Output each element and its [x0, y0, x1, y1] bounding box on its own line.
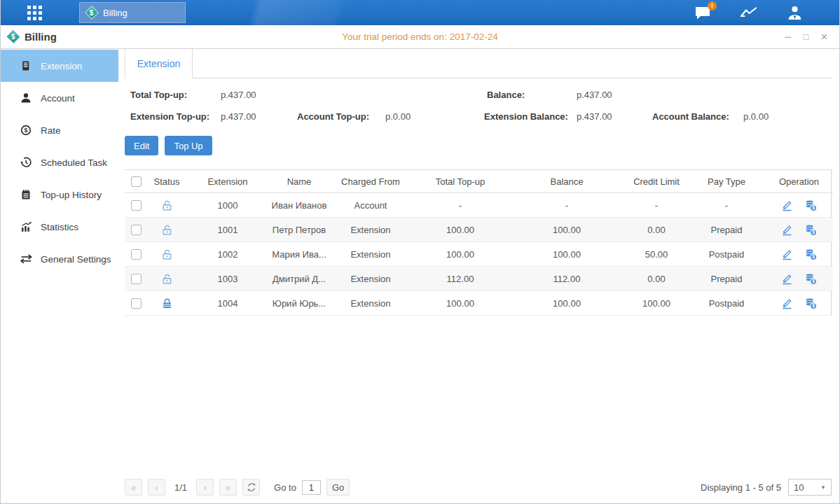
- sidebar-item-statistics[interactable]: Statistics: [1, 211, 118, 243]
- sidebar-item-rate[interactable]: $Rate: [1, 114, 118, 146]
- table-header-row: StatusExtensionNameCharged FromTotal Top…: [125, 170, 833, 193]
- cell-charged-from: Account: [329, 193, 412, 218]
- prev-page-button[interactable]: ‹: [148, 479, 165, 496]
- row-checkbox[interactable]: [131, 225, 142, 235]
- extension-balance-value: p.437.00: [577, 111, 612, 122]
- minimize-icon[interactable]: ─: [782, 31, 794, 43]
- cell-credit-limit: 0.00: [625, 218, 688, 242]
- main-area: ExtensionAccount$RateScheduled TaskTop-u…: [1, 49, 839, 503]
- svg-text:$: $: [24, 127, 27, 134]
- edit-icon[interactable]: [781, 224, 793, 236]
- cell-credit-limit: 50.00: [625, 242, 688, 267]
- lock-open-icon: [161, 200, 173, 211]
- column-header: Status: [147, 170, 186, 193]
- cell-credit-limit: 0.00: [625, 267, 688, 291]
- row-checkbox[interactable]: [131, 200, 142, 211]
- row-checkbox[interactable]: [131, 274, 142, 284]
- goto-label: Go to: [274, 482, 296, 493]
- resource-monitor-icon[interactable]: [739, 6, 759, 20]
- table-row: 1001Петр ПетровExtension100.00100.000.00…: [125, 218, 833, 242]
- topup-icon[interactable]: $: [805, 298, 817, 309]
- goto-page-input[interactable]: [302, 480, 321, 495]
- row-checkbox[interactable]: [131, 249, 142, 260]
- chat-icon[interactable]: !: [694, 6, 711, 20]
- sidebar-item-top-up-history[interactable]: Top-up History: [1, 178, 118, 211]
- user-icon[interactable]: [787, 6, 803, 20]
- edit-icon[interactable]: [781, 200, 793, 211]
- cell-total-topup: 100.00: [412, 291, 509, 316]
- page-indicator: 1/1: [174, 482, 187, 493]
- general-settings-icon: [20, 253, 33, 265]
- edit-icon[interactable]: [781, 248, 793, 260]
- taskbar-tab-label: Billing: [103, 8, 128, 18]
- lock-open-icon: [161, 248, 173, 260]
- billing-app-icon: $: [85, 6, 99, 20]
- extension-table-body: 1000Иван ИвановAccount----$1001Петр Петр…: [125, 193, 833, 316]
- statistics-icon: [20, 221, 33, 233]
- sidebar-item-label: General Settings: [41, 254, 111, 265]
- close-icon[interactable]: ×: [818, 31, 830, 43]
- cell-extension: 1004: [186, 291, 269, 316]
- svg-text:$: $: [812, 303, 815, 309]
- cell-name: Иван Иванов: [269, 193, 329, 218]
- scheduled-task-icon: [20, 157, 33, 169]
- notification-badge: !: [708, 1, 717, 10]
- topup-icon[interactable]: $: [805, 200, 817, 211]
- edit-button[interactable]: Edit: [125, 136, 158, 155]
- app-grid-icon[interactable]: [27, 6, 42, 20]
- balance-label: Balance:: [487, 90, 525, 100]
- total-topup-value: p.437.00: [221, 90, 256, 100]
- taskbar-tab-billing[interactable]: $ Billing: [79, 2, 186, 23]
- table-row: 1004Юрий Юрь...Extension100.00100.00100.…: [125, 291, 833, 316]
- billing-window-icon: $: [6, 30, 20, 43]
- rate-icon: $: [20, 125, 33, 136]
- refresh-icon[interactable]: [242, 479, 260, 496]
- first-page-button[interactable]: «: [125, 479, 142, 496]
- maximize-icon[interactable]: □: [800, 31, 812, 43]
- row-checkbox[interactable]: [131, 298, 142, 309]
- topup-icon[interactable]: $: [805, 248, 817, 260]
- tab-bar: Extension: [125, 49, 832, 78]
- sidebar-item-label: Statistics: [41, 222, 78, 232]
- column-header: Credit Limit: [625, 170, 688, 193]
- edit-icon[interactable]: [781, 273, 793, 285]
- lock-open-icon: [161, 273, 173, 285]
- top-bar: $ Billing !: [1, 0, 839, 25]
- tab-extension[interactable]: Extension: [125, 49, 193, 78]
- cell-credit-limit: -: [625, 193, 688, 218]
- cell-name: Мария Ива...: [269, 242, 329, 267]
- top-up-button[interactable]: Top Up: [165, 136, 212, 155]
- select-all-checkbox[interactable]: [131, 176, 142, 187]
- edit-icon[interactable]: [781, 298, 793, 309]
- table-row: 1002Мария Ива...Extension100.00100.0050.…: [125, 242, 833, 267]
- extension-topup-label: Extension Top-up:: [130, 111, 209, 122]
- billing-window: $ Billing ! $ Billing Your trial period …: [0, 0, 840, 504]
- sidebar-item-extension[interactable]: Extension: [1, 50, 118, 82]
- column-header: Pay Type: [688, 170, 765, 193]
- sidebar-item-general-settings[interactable]: General Settings: [1, 243, 118, 275]
- table-row: 1003Дмитрий Д...Extension112.00112.000.0…: [125, 267, 833, 291]
- sidebar-item-label: Extension: [41, 61, 82, 71]
- next-page-button[interactable]: ›: [196, 479, 214, 496]
- lock-closed-icon: [161, 298, 173, 309]
- last-page-button[interactable]: »: [219, 479, 237, 496]
- page-size-select[interactable]: 10 ▼: [788, 479, 832, 496]
- sidebar: ExtensionAccount$RateScheduled TaskTop-u…: [1, 49, 118, 503]
- content-area: Extension Total Top-up: p.437.00 Balance…: [118, 49, 839, 503]
- cell-total-topup: 100.00: [412, 242, 509, 267]
- cell-balance: 100.00: [509, 218, 625, 242]
- sidebar-item-scheduled-task[interactable]: Scheduled Task: [1, 146, 118, 178]
- go-button[interactable]: Go: [326, 479, 350, 496]
- lock-open-icon: [161, 224, 173, 236]
- cell-pay-type: Postpaid: [688, 291, 765, 316]
- summary: Total Top-up: p.437.00 Balance: p.437.00…: [125, 84, 832, 127]
- balance-value: p.437.00: [577, 90, 612, 100]
- window-title: Billing: [25, 31, 57, 43]
- cell-total-topup: 100.00: [412, 218, 509, 242]
- sidebar-item-account[interactable]: Account: [1, 82, 118, 114]
- topup-icon[interactable]: $: [805, 224, 817, 236]
- cell-charged-from: Extension: [329, 291, 412, 316]
- tab-extension-label: Extension: [137, 58, 180, 69]
- topup-icon[interactable]: $: [805, 273, 817, 285]
- extension-table: StatusExtensionNameCharged FromTotal Top…: [125, 169, 832, 316]
